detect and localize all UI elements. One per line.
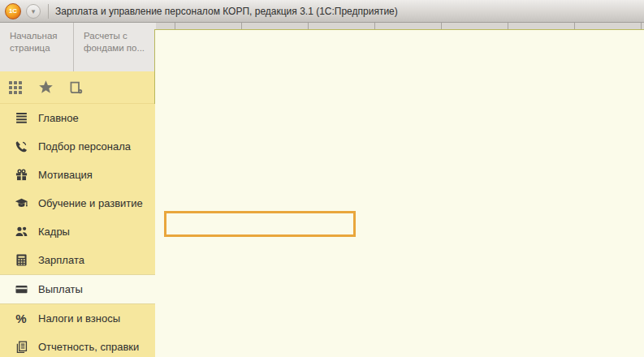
tab-tick: [574, 22, 575, 29]
phone-icon: [14, 140, 28, 154]
tab-tick: [508, 22, 508, 29]
tab-tick: [374, 22, 375, 29]
system-menu-button[interactable]: ▾: [26, 4, 41, 19]
sidebar-item-label: Зарплата: [38, 254, 84, 266]
chevron-down-icon: ▾: [32, 7, 36, 15]
sidebar-item-main[interactable]: Главное: [0, 104, 155, 132]
sidebar-item-salary[interactable]: Зарплата: [0, 246, 155, 274]
favorites-star-button[interactable]: [33, 75, 58, 100]
sidebar-item-label: Кадры: [38, 226, 70, 238]
function-toolbar: [0, 71, 154, 104]
sidebar-item-label: Обучение и развитие: [38, 197, 143, 209]
app-window: 1С ▾ Зарплата и управление персоналом КО…: [0, 0, 644, 357]
sidebar-item-payments[interactable]: Выплаты: [0, 274, 155, 304]
tab-home[interactable]: Начальная страница: [0, 22, 73, 71]
menu-icon: [14, 111, 28, 126]
payment-card-icon: [14, 282, 28, 297]
sidebar-item-hr[interactable]: Кадры: [0, 217, 155, 246]
titlebar-divider: [48, 4, 49, 19]
tab-fund-settlements[interactable]: Расчеты с фондами по...: [74, 22, 156, 71]
sidebar-item-label: Подбор персонала: [38, 140, 131, 153]
history-button[interactable]: [63, 75, 88, 100]
calculator-icon: [14, 253, 28, 268]
tab-tick: [441, 22, 442, 29]
tab-tick: [641, 22, 642, 29]
1c-logo-icon: 1С: [5, 3, 21, 19]
favorites-star-icon: [38, 80, 54, 95]
percent-icon: %: [14, 312, 28, 326]
graduation-cap-icon: [14, 196, 28, 211]
window-title: Зарплата и управление персоналом КОРП, р…: [55, 6, 398, 17]
tab-tick: [175, 22, 175, 29]
gift-icon: [14, 168, 28, 183]
sidebar-item-label: Налоги и взносы: [38, 312, 120, 325]
section-command-panel: [154, 29, 644, 357]
title-bar: 1С ▾ Зарплата и управление персоналом КО…: [0, 0, 644, 23]
history-scroll-icon: [67, 80, 84, 96]
tab-tick: [308, 22, 309, 29]
people-icon: [14, 225, 28, 239]
apps-grid-icon: [8, 80, 23, 95]
sidebar-item-label: Главное: [38, 112, 79, 124]
sidebar-item-training[interactable]: Обучение и развитие: [0, 189, 155, 217]
sidebar-item-motivation[interactable]: Мотивация: [0, 161, 155, 189]
sidebar-item-taxes[interactable]: % Налоги и взносы: [0, 304, 155, 333]
sidebar-item-recruiting[interactable]: Подбор персонала: [0, 132, 155, 161]
documents-icon: [14, 340, 28, 355]
sidebar-nav: Главное Подбор персонала Мотивация Обуче…: [0, 104, 155, 357]
sidebar-item-reports[interactable]: Отчетность, справки: [0, 333, 155, 357]
sidebar-item-label: Мотивация: [38, 169, 93, 181]
sidebar-item-label: Выплаты: [38, 283, 83, 295]
sidebar-item-label: Отчетность, справки: [38, 341, 139, 353]
tab-tick: [241, 22, 242, 29]
apps-grid-button[interactable]: [3, 75, 28, 100]
